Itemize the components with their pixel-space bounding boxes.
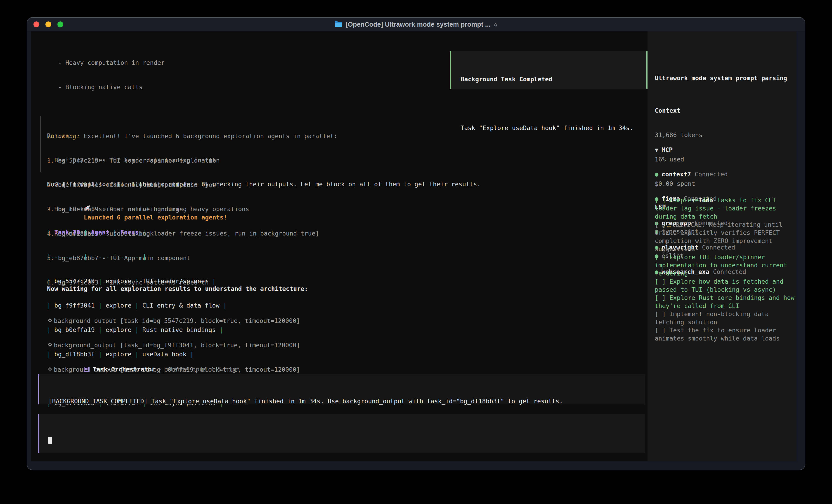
- warning-icon: ⚠: [666, 221, 672, 228]
- mcp-item: ●context7 Connected: [655, 170, 746, 178]
- window-title: [OpenCode] Ultrawork mode system prompt …: [335, 21, 497, 28]
- window-content: - Heavy computation in render - Blocking…: [31, 31, 801, 461]
- todo-item: [ ] Explore Rust core bindings and how t…: [655, 294, 796, 310]
- thinking-intro: Excellent! I've launched 6 background ex…: [84, 133, 338, 140]
- session-sidebar: Ultrawork mode system prompt parsing Con…: [648, 31, 796, 461]
- todo-item: [ ] Implement non-blocking data fetching…: [655, 310, 796, 326]
- window-title-text: [OpenCode] Ultrawork mode system prompt …: [345, 21, 490, 28]
- todo-item: [ ] Test the fix to ensure loader animat…: [655, 326, 796, 342]
- notification-body: Task "Explore useData hook" finished in …: [461, 124, 646, 132]
- statusbar-right: tab switch agent ctrl+p commands: [487, 454, 645, 461]
- background-task-message[interactable]: [BACKGROUND TASK COMPLETED] Task "Explor…: [38, 374, 645, 404]
- session-title: Ultrawork mode system prompt parsing: [655, 74, 787, 82]
- collapse-icon[interactable]: ▼: [655, 146, 658, 153]
- connected-dot-icon: ●: [655, 171, 658, 178]
- app-version-footer: ●OpenCode 1.0.152: [659, 454, 761, 461]
- window-titlebar[interactable]: [OpenCode] Ultrawork mode system prompt …: [27, 18, 805, 31]
- folder-icon: [335, 21, 342, 28]
- tool-result-line: - Blocking native calls: [47, 83, 319, 91]
- statusbar-left: esc interrupt: [47, 454, 177, 461]
- notification-title: Background Task Completed: [461, 75, 646, 83]
- thinking-quote-bar: [40, 116, 41, 172]
- background-task-text: [BACKGROUND TASK COMPLETED] Task "Explor…: [48, 397, 645, 405]
- input-cursor-line[interactable]: [48, 437, 645, 445]
- todo-list: [ ] Complete ALL tasks to fix CLI loader…: [655, 196, 796, 342]
- table-separator-row: |---------|-------|-------|: [47, 253, 227, 261]
- todo-item: [ ] Explore TUI loader/spinner implement…: [655, 253, 796, 278]
- traffic-lights: [33, 22, 63, 27]
- tool-result-line: - Heavy computation in render: [47, 59, 319, 67]
- mcp-heading: MCP: [661, 146, 673, 153]
- gear-icon: [47, 342, 53, 350]
- thinking-item: 1.bg_5547c219 - TUI loader/spinner explo…: [47, 157, 337, 165]
- context-heading: Context: [655, 107, 702, 115]
- modified-indicator-icon: ○: [494, 21, 497, 28]
- agent-name: Task-Orchestrator: [93, 366, 155, 373]
- terminal-window: [OpenCode] Ultrawork mode system prompt …: [27, 17, 805, 470]
- minimize-button[interactable]: [46, 22, 51, 27]
- zoom-button[interactable]: [57, 22, 63, 27]
- toast-notification[interactable]: Background Task Completed Task "Explore …: [450, 51, 648, 89]
- waiting-text: Now waiting for all exploration results …: [47, 285, 308, 293]
- agent-model: claude-opus-4-5-high: [166, 366, 240, 373]
- gear-icon: [47, 318, 53, 326]
- close-button[interactable]: [33, 22, 40, 27]
- todo-item: [ ]⚠CRITICAL: Keep iterating until Oracl…: [655, 221, 796, 253]
- window-right-gutter: [796, 31, 801, 461]
- todo-item: [ ] Complete ALL tasks to fix CLI loader…: [655, 196, 796, 221]
- screenshot-root: [OpenCode] Ultrawork mode system prompt …: [0, 0, 832, 504]
- todo-item: [ ] Explore how data is fetched and pass…: [655, 278, 796, 294]
- table-header-row: |Task ID|Agent|Focus|: [47, 228, 227, 236]
- tool-call-line: background_output [task_id=bg_5547c219, …: [47, 317, 300, 325]
- prompt-input[interactable]: Task-Orchestrator Opus 4.5 High Anthropi…: [38, 414, 645, 453]
- thinking-label: Thinking:: [47, 133, 80, 140]
- agent-icon: [84, 367, 89, 372]
- table-row: |bg_5547c219|explore|TUI loader/spinner|: [47, 277, 227, 285]
- tool-result-line: [47, 108, 319, 116]
- tool-call-line: background_output [task_id=bg_f9ff3041, …: [47, 341, 300, 349]
- assistant-wait-text: Now I'll wait for all of them to complet…: [47, 180, 480, 188]
- text-cursor: [48, 437, 52, 444]
- mcp-heading-row[interactable]: ▼MCP: [655, 146, 746, 154]
- chat-transcript-pane[interactable]: - Heavy computation in render - Blocking…: [31, 31, 648, 461]
